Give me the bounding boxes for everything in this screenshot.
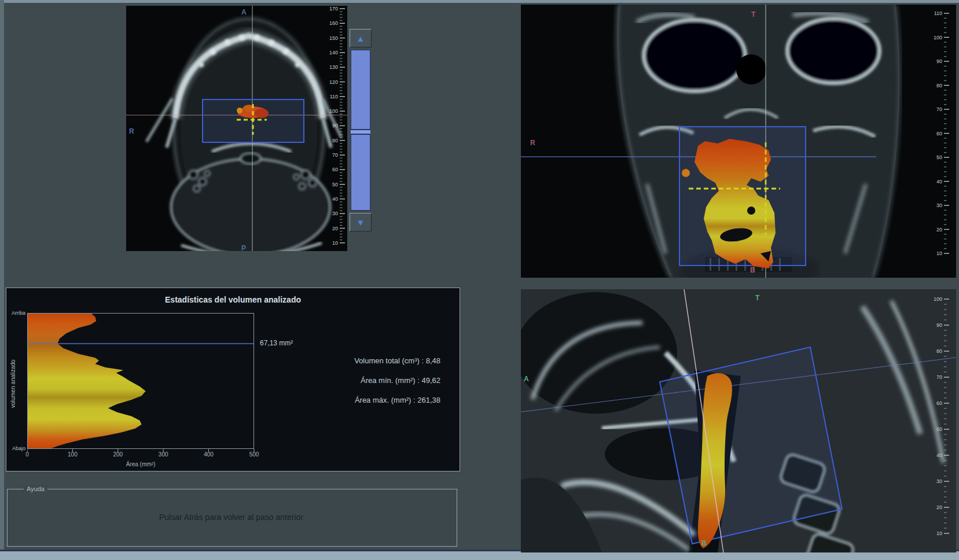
svg-text:60: 60	[936, 131, 942, 137]
statistics-panel: Estadísticas del volumen analizado Arrib…	[6, 288, 460, 471]
area-annotation-value: 67,13 mm²	[260, 339, 293, 347]
svg-text:90: 90	[936, 58, 942, 64]
svg-text:50: 50	[936, 154, 942, 160]
svg-text:50: 50	[936, 426, 942, 432]
application-window: A R P 1701601501401301201101009080706050…	[0, 0, 959, 560]
help-legend: Ayuda	[24, 485, 47, 492]
chart-bottom-label: Abajo	[6, 445, 25, 451]
svg-text:100: 100	[934, 296, 942, 302]
area-profile-chart[interactable]	[27, 313, 258, 454]
stat-max-area: Área máx. (mm²) : 261,38	[226, 390, 440, 410]
svg-text:130: 130	[329, 64, 338, 70]
statistics-title: Estadísticas del volumen analizado	[6, 295, 460, 304]
sagittal-ct-image	[521, 289, 956, 552]
sagittal-ruler: 100908070605040302010	[926, 289, 956, 552]
stat-total-volume: Volumen total (cm³) : 8,48	[226, 351, 440, 371]
coronal-orientation-right: R	[530, 139, 535, 147]
x-tick-label: 200	[109, 451, 127, 458]
svg-text:170: 170	[329, 6, 338, 12]
svg-text:120: 120	[329, 79, 338, 85]
chart-top-label: Arriba	[6, 310, 25, 316]
svg-text:70: 70	[936, 374, 942, 380]
svg-text:60: 60	[332, 167, 338, 172]
x-tick-label: 500	[245, 451, 263, 458]
coronal-ct-image	[521, 5, 956, 278]
sagittal-orientation-anterior: A	[524, 375, 529, 383]
svg-text:50: 50	[332, 182, 338, 187]
svg-text:30: 30	[936, 478, 942, 484]
sagittal-orientation-top: T	[755, 294, 760, 302]
x-tick-label: 300	[155, 451, 172, 458]
svg-text:70: 70	[936, 106, 942, 112]
svg-text:80: 80	[332, 138, 338, 143]
sagittal-view[interactable]: T A B 100908070605040302010	[521, 289, 956, 552]
svg-text:110: 110	[934, 10, 942, 16]
svg-text:70: 70	[332, 152, 338, 158]
axial-orientation-posterior: P	[241, 244, 247, 251]
svg-text:40: 40	[332, 196, 338, 202]
arrow-up-icon: ▲	[357, 34, 365, 43]
axial-ruler: 1701601501401301201101009080706050403020…	[323, 6, 347, 251]
svg-text:40: 40	[936, 179, 942, 185]
axial-ct-image	[126, 6, 347, 251]
slice-slider-track[interactable]	[351, 50, 370, 211]
svg-text:40: 40	[936, 452, 942, 458]
coronal-ruler: 110100908070605040302010	[926, 5, 956, 278]
svg-text:80: 80	[936, 348, 942, 354]
svg-text:100: 100	[934, 35, 942, 40]
scroll-up-button[interactable]: ▲	[350, 29, 372, 47]
arrow-down-icon: ▼	[357, 218, 365, 227]
chart-y-axis-label: volumen analizado	[10, 346, 16, 421]
axial-orientation-right: R	[129, 127, 134, 135]
svg-text:30: 30	[936, 202, 942, 208]
axial-orientation-anterior: A	[241, 8, 247, 16]
svg-text:20: 20	[936, 504, 942, 510]
slice-scrollbar: ▲ ▼	[350, 29, 372, 233]
x-tick-label: 0	[19, 451, 36, 458]
svg-text:30: 30	[332, 211, 338, 216]
coronal-view[interactable]: T R B 110100908070605040302010	[521, 5, 956, 278]
svg-text:100: 100	[329, 108, 338, 114]
svg-text:80: 80	[936, 83, 942, 89]
svg-text:20: 20	[332, 226, 338, 231]
svg-text:90: 90	[936, 322, 942, 328]
window-frame-bottom	[0, 551, 959, 560]
help-groupbox: Ayuda Pulsar Atrás para volver al paso a…	[7, 489, 457, 547]
svg-text:60: 60	[936, 400, 942, 406]
scroll-down-button[interactable]: ▼	[350, 213, 372, 231]
volume-statistics: Volumen total (cm³) : 8,48 Área mín. (mm…	[226, 351, 440, 410]
svg-text:150: 150	[329, 35, 338, 41]
coronal-orientation-bottom: B	[750, 266, 755, 274]
svg-text:160: 160	[329, 20, 338, 26]
svg-text:10: 10	[332, 240, 338, 246]
sagittal-orientation-bottom: B	[701, 539, 707, 547]
help-text: Pulsar Atrás para volver al paso anterio…	[8, 513, 457, 522]
svg-text:140: 140	[329, 50, 338, 56]
axial-view[interactable]: A R P 1701601501401301201101009080706050…	[126, 6, 347, 251]
slice-slider-thumb[interactable]	[351, 129, 370, 135]
svg-text:10: 10	[936, 530, 942, 536]
x-tick-label: 400	[200, 451, 218, 458]
window-frame-top	[0, 0, 959, 3]
x-tick-label: 100	[64, 451, 81, 458]
svg-text:20: 20	[936, 227, 942, 233]
stat-min-area: Área mín. (mm²) : 49,62	[226, 371, 440, 390]
svg-text:110: 110	[330, 94, 338, 100]
svg-text:90: 90	[332, 123, 338, 128]
svg-text:10: 10	[936, 250, 942, 256]
window-frame-left	[0, 0, 4, 560]
chart-x-axis-label: Área (mm²)	[94, 461, 187, 467]
coronal-orientation-top: T	[751, 10, 756, 19]
